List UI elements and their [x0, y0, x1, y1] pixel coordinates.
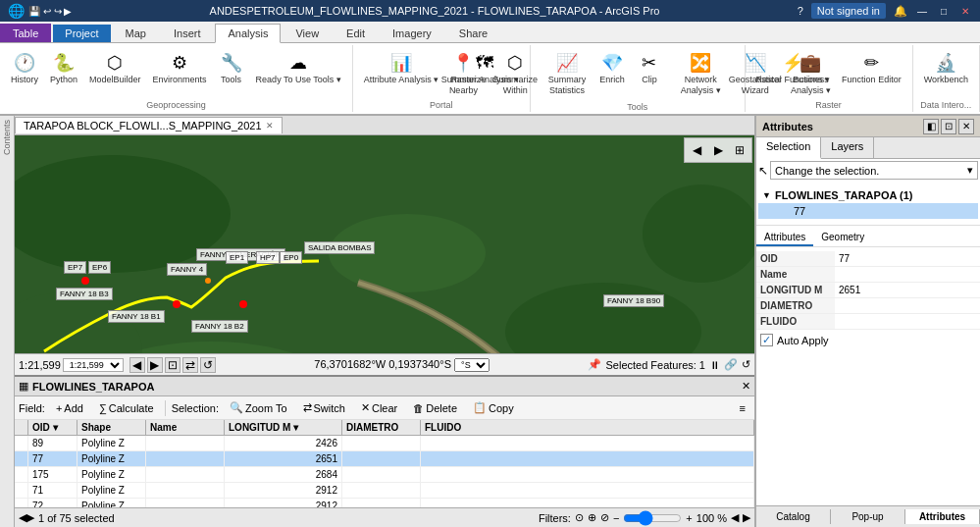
zoom-slider[interactable] — [623, 510, 682, 526]
map-tab[interactable]: TARAPOA BLOCK_FLOWLI...S_MAPPING_2021 ✕ — [15, 117, 283, 133]
table-nav-right[interactable]: ▶ — [743, 511, 750, 524]
delete-button[interactable]: 🗑 Delete — [408, 400, 462, 416]
summarize-nearby-button[interactable]: 📍 Summarize Nearby — [438, 47, 489, 100]
function-editor-button[interactable]: ✏ Function Editor — [837, 47, 906, 89]
not-signed-in[interactable]: Not signed in — [811, 3, 886, 19]
close-button[interactable]: ✕ — [958, 4, 972, 18]
attr-table-close-icon[interactable]: ✕ — [742, 380, 750, 393]
copy-button[interactable]: 📋 Copy — [468, 399, 519, 416]
feature-layer-item[interactable]: ▼ FLOWLINES_TARAPOA (1) — [758, 187, 978, 203]
zoom-to-button[interactable]: 🔍 Zoom To — [225, 399, 292, 416]
table-nav-left[interactable]: ◀ — [731, 511, 739, 524]
workbench-button[interactable]: 🔬 Workbench — [919, 47, 973, 89]
environments-button[interactable]: ⚙ Environments — [148, 47, 212, 89]
map-sync-button[interactable]: ⇄ — [182, 357, 198, 373]
tab-analysis[interactable]: Analysis — [215, 24, 281, 43]
field-value[interactable] — [835, 267, 980, 282]
nav-prev-button[interactable]: ◀ — [687, 140, 706, 160]
map-view[interactable]: EP7 EP6 FANNY GENERACIÓN FANNY 4 EP1 HP7… — [15, 135, 754, 353]
map-label-ep0: EP0 — [280, 251, 302, 264]
filter-icon2[interactable]: ⊕ — [588, 511, 596, 524]
table-row[interactable]: 72 Polyline Z 2912 — [15, 499, 754, 507]
table-row[interactable]: 71 Polyline Z 2912 — [15, 483, 754, 499]
field-value[interactable]: 77 — [835, 251, 980, 266]
col-header-longitud[interactable]: LONGITUD M ▾ — [225, 420, 342, 435]
field-value[interactable] — [835, 298, 980, 313]
field-value[interactable]: 2651 — [835, 283, 980, 297]
tab-selection[interactable]: Selection — [756, 137, 821, 159]
map-back-button[interactable]: ◀ — [129, 357, 145, 373]
geometry-detail-tab[interactable]: Geometry — [813, 230, 872, 246]
footer-tab-popup[interactable]: Pop-up — [831, 509, 905, 524]
refresh-features-icon[interactable]: ↺ — [742, 358, 750, 371]
col-header-fluido[interactable]: FLUIDO — [421, 420, 754, 435]
enrich-button[interactable]: 💎 Enrich — [594, 47, 630, 89]
clear-button[interactable]: ✕ Clear — [356, 399, 402, 416]
network-analysis-button[interactable]: 🔀 Network Analysis ▾ — [675, 47, 725, 100]
filter-icon1[interactable]: ⊙ — [575, 511, 584, 524]
col-header-name[interactable]: Name — [146, 420, 225, 435]
title-bar: 🌐 💾 ↩ ↪ ▶ ANDESPETROLEUM_FLOWLINES_MAPPI… — [0, 0, 980, 22]
panel-dock-button[interactable]: ◧ — [923, 119, 939, 134]
field-value[interactable] — [835, 314, 980, 329]
col-header-shape[interactable]: Shape — [77, 420, 146, 435]
footer-tab-catalog[interactable]: Catalog — [756, 509, 831, 524]
table-row[interactable]: 89 Polyline Z 2426 — [15, 436, 754, 451]
map-forward-button[interactable]: ▶ — [147, 357, 163, 373]
tab-view[interactable]: View — [283, 24, 332, 42]
ready-to-use-tools-button[interactable]: ☁ Ready To Use Tools ▾ — [251, 47, 346, 89]
maximize-button[interactable]: □ — [937, 4, 951, 18]
map-full-extent-button[interactable]: ⊡ — [165, 357, 181, 373]
table-row[interactable]: 77 Polyline Z 2651 — [15, 451, 754, 467]
footer-tab-attributes[interactable]: Attributes — [905, 509, 980, 524]
nav-extent-button[interactable]: ⊞ — [730, 140, 749, 160]
tools-button[interactable]: 🔧 Tools — [214, 47, 249, 89]
coordinates-format-dropdown[interactable]: °S — [454, 358, 490, 372]
scale-dropdown[interactable]: 1:21,599 — [63, 358, 124, 372]
attributes-detail-tab[interactable]: Attributes — [756, 230, 813, 246]
panel-close-button[interactable]: ✕ — [958, 119, 974, 134]
zoom-out-icon[interactable]: − — [613, 512, 619, 524]
tab-imagery[interactable]: Imagery — [380, 24, 444, 42]
table-menu-button[interactable]: ≡ — [735, 400, 750, 416]
add-field-button[interactable]: + Add — [51, 400, 88, 416]
link-icon[interactable]: 🔗 — [724, 358, 738, 371]
attribute-analysis-button[interactable]: 📊 Attribute Analysis ▾ — [359, 47, 444, 89]
map-refresh-button[interactable]: ↺ — [200, 357, 216, 373]
tab-table[interactable]: Table — [0, 24, 51, 42]
row-select-header[interactable] — [15, 420, 28, 435]
col-header-oid[interactable]: OID ▾ — [28, 420, 77, 435]
raster-functions-button[interactable]: ⚡ Raster Functions ▾ — [751, 47, 836, 89]
col-header-diametro[interactable]: DIAMETRO — [342, 420, 421, 435]
tab-map[interactable]: Map — [113, 24, 159, 42]
minimize-button[interactable]: — — [915, 4, 929, 18]
panel-undock-button[interactable]: ⊡ — [941, 119, 956, 134]
switch-button[interactable]: ⇄ Switch — [298, 399, 350, 416]
summary-statistics-button[interactable]: 📈 Summary Statistics — [542, 47, 593, 100]
tab-share[interactable]: Share — [446, 24, 500, 42]
clip-button[interactable]: ✂ Clip — [632, 47, 667, 89]
tab-edit[interactable]: Edit — [334, 24, 378, 42]
app-icon: 🌐 — [8, 3, 25, 19]
python-button[interactable]: 🐍 Python — [45, 47, 82, 89]
nav-next-button[interactable]: ▶ — [708, 140, 728, 160]
help-icon[interactable]: ? — [798, 5, 803, 17]
tab-layers[interactable]: Layers — [821, 137, 874, 158]
map-tab-close-icon[interactable]: ✕ — [266, 121, 274, 131]
history-button[interactable]: 🕐 History — [6, 47, 43, 89]
calculate-button[interactable]: ∑ Calculate — [94, 400, 159, 416]
summarize-within-button[interactable]: ⬡ Summarize Within — [490, 47, 540, 100]
auto-apply-checkbox[interactable]: ✓ — [760, 334, 773, 346]
feature-value: 77 — [778, 205, 805, 217]
filter-icon3[interactable]: ⊘ — [600, 511, 609, 524]
notification-icon[interactable]: 🔔 — [894, 5, 907, 18]
attr-field-row: Name — [756, 267, 980, 283]
zoom-in-icon[interactable]: + — [686, 512, 692, 524]
modelbuilder-button[interactable]: ⬡ ModelBuilder — [84, 47, 146, 89]
feature-value-item[interactable]: 77 — [758, 203, 978, 219]
tab-project[interactable]: Project — [53, 25, 110, 42]
selection-dropdown[interactable]: Change the selection. ▾ — [770, 161, 978, 180]
pause-icon[interactable]: ⏸ — [709, 359, 720, 371]
tab-insert[interactable]: Insert — [161, 24, 214, 42]
table-row[interactable]: 175 Polyline Z 2684 — [15, 467, 754, 483]
